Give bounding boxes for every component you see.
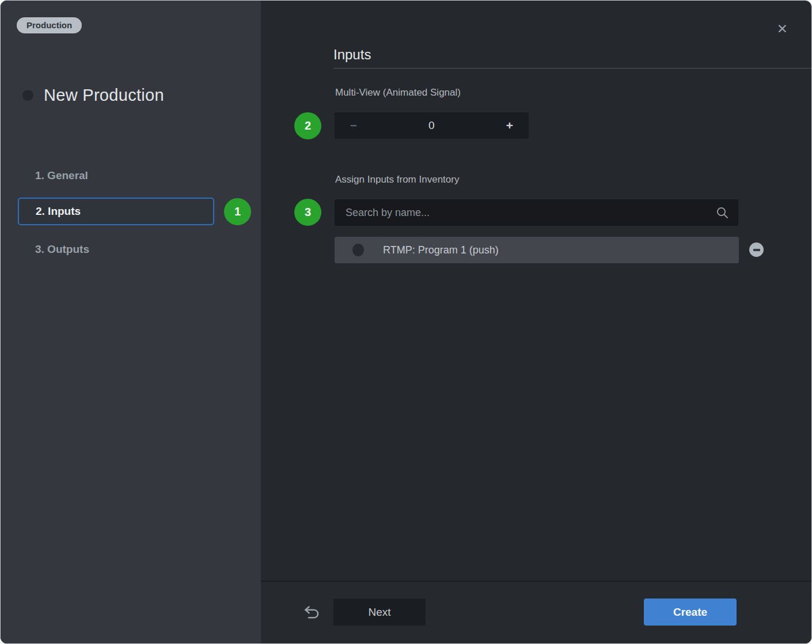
inventory-search-input[interactable] bbox=[344, 206, 715, 219]
annotation-badge-1: 1 bbox=[224, 198, 251, 225]
new-production-dialog: Production New Production 1. General 2. … bbox=[0, 0, 812, 644]
next-button[interactable]: Next bbox=[333, 598, 426, 626]
inventory-search-box bbox=[335, 199, 738, 226]
annotation-badge-2: 2 bbox=[294, 112, 321, 139]
sidebar-step-inputs[interactable]: 2. Inputs bbox=[18, 198, 214, 225]
remove-input-button[interactable] bbox=[749, 243, 764, 257]
assigned-input-item[interactable]: RTMP: Program 1 (push) bbox=[335, 237, 739, 263]
sidebar-step-general[interactable]: 1. General bbox=[35, 169, 88, 182]
inventory-label: Assign Inputs from Inventory bbox=[335, 174, 459, 185]
multiview-label: Multi-View (Animated Signal) bbox=[335, 87, 461, 99]
search-icon bbox=[715, 206, 729, 219]
close-icon[interactable]: ✕ bbox=[777, 22, 788, 36]
footer-bar: Next Create bbox=[261, 581, 811, 643]
production-dot-icon bbox=[22, 90, 33, 101]
create-button[interactable]: Create bbox=[644, 598, 737, 626]
panel-heading: Inputs bbox=[333, 47, 371, 63]
multiview-stepper: − 0 + bbox=[335, 112, 529, 139]
annotation-badge-3: 3 bbox=[294, 199, 321, 226]
dialog-title-row: New Production bbox=[22, 86, 164, 105]
stepper-decrement-button[interactable]: − bbox=[350, 119, 357, 132]
stepper-increment-button[interactable]: + bbox=[506, 119, 513, 132]
dialog-title: New Production bbox=[44, 86, 164, 105]
minus-icon bbox=[753, 249, 760, 251]
assigned-input-name: RTMP: Program 1 (push) bbox=[383, 244, 499, 256]
undo-icon[interactable] bbox=[303, 605, 320, 620]
heading-divider bbox=[333, 68, 811, 69]
production-tag-badge: Production bbox=[17, 17, 82, 33]
stepper-value: 0 bbox=[428, 119, 435, 132]
sidebar-step-outputs[interactable]: 3. Outputs bbox=[35, 243, 89, 256]
sidebar: Production New Production 1. General 2. … bbox=[1, 1, 261, 643]
input-dot-icon bbox=[352, 244, 364, 256]
